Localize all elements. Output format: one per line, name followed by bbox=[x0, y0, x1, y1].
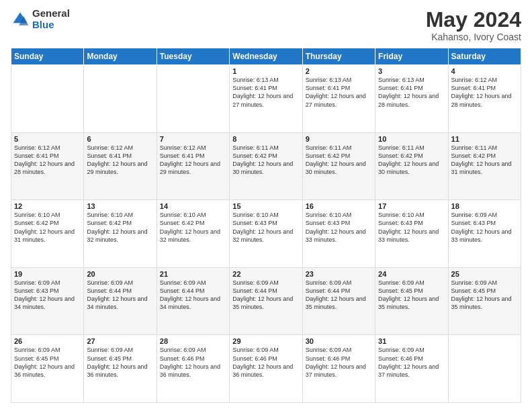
table-row bbox=[448, 335, 521, 403]
day-number: 14 bbox=[160, 202, 226, 210]
table-row: 5Sunrise: 6:12 AMSunset: 6:41 PMDaylight… bbox=[11, 132, 84, 200]
table-row: 22Sunrise: 6:09 AMSunset: 6:44 PMDayligh… bbox=[230, 267, 302, 335]
day-number: 17 bbox=[378, 202, 445, 210]
day-info: Sunrise: 6:11 AMSunset: 6:42 PMDaylight:… bbox=[451, 144, 518, 177]
logo-text: General Blue bbox=[32, 8, 70, 30]
table-row: 23Sunrise: 6:09 AMSunset: 6:44 PMDayligh… bbox=[302, 267, 375, 335]
logo-general: General bbox=[32, 8, 70, 19]
table-row: 20Sunrise: 6:09 AMSunset: 6:44 PMDayligh… bbox=[84, 267, 157, 335]
day-info: Sunrise: 6:09 AMSunset: 6:46 PMDaylight:… bbox=[232, 346, 299, 379]
day-number: 16 bbox=[306, 202, 372, 210]
day-number: 5 bbox=[14, 135, 81, 143]
day-info: Sunrise: 6:09 AMSunset: 6:45 PMDaylight:… bbox=[378, 279, 445, 312]
day-info: Sunrise: 6:11 AMSunset: 6:42 PMDaylight:… bbox=[232, 144, 299, 177]
day-number: 18 bbox=[451, 202, 518, 210]
day-info: Sunrise: 6:10 AMSunset: 6:43 PMDaylight:… bbox=[232, 211, 299, 244]
day-info: Sunrise: 6:13 AMSunset: 6:41 PMDaylight:… bbox=[232, 76, 299, 109]
day-info: Sunrise: 6:12 AMSunset: 6:41 PMDaylight:… bbox=[160, 144, 226, 177]
day-number: 4 bbox=[451, 67, 518, 75]
day-number: 3 bbox=[378, 67, 445, 75]
col-sunday: Sunday bbox=[11, 48, 84, 65]
day-number: 28 bbox=[160, 337, 226, 345]
calendar-table: Sunday Monday Tuesday Wednesday Thursday… bbox=[11, 48, 521, 403]
col-wednesday: Wednesday bbox=[230, 48, 302, 65]
table-row bbox=[157, 65, 229, 133]
day-number: 22 bbox=[232, 270, 299, 278]
day-info: Sunrise: 6:12 AMSunset: 6:41 PMDaylight:… bbox=[87, 144, 153, 177]
day-number: 20 bbox=[87, 270, 153, 278]
table-row: 10Sunrise: 6:11 AMSunset: 6:42 PMDayligh… bbox=[375, 132, 448, 200]
table-row: 27Sunrise: 6:09 AMSunset: 6:45 PMDayligh… bbox=[84, 335, 157, 403]
day-number: 11 bbox=[451, 135, 518, 143]
day-number: 6 bbox=[87, 135, 153, 143]
day-info: Sunrise: 6:11 AMSunset: 6:42 PMDaylight:… bbox=[378, 144, 445, 177]
table-row: 21Sunrise: 6:09 AMSunset: 6:44 PMDayligh… bbox=[157, 267, 229, 335]
day-info: Sunrise: 6:09 AMSunset: 6:45 PMDaylight:… bbox=[14, 346, 81, 379]
table-row: 28Sunrise: 6:09 AMSunset: 6:46 PMDayligh… bbox=[157, 335, 229, 403]
day-info: Sunrise: 6:09 AMSunset: 6:44 PMDaylight:… bbox=[160, 279, 226, 312]
table-row: 9Sunrise: 6:11 AMSunset: 6:42 PMDaylight… bbox=[302, 132, 375, 200]
col-friday: Friday bbox=[375, 48, 448, 65]
day-info: Sunrise: 6:09 AMSunset: 6:43 PMDaylight:… bbox=[14, 279, 81, 312]
day-info: Sunrise: 6:10 AMSunset: 6:43 PMDaylight:… bbox=[378, 211, 445, 244]
calendar-week-row: 26Sunrise: 6:09 AMSunset: 6:45 PMDayligh… bbox=[11, 335, 521, 403]
col-saturday: Saturday bbox=[448, 48, 521, 65]
table-row: 4Sunrise: 6:12 AMSunset: 6:41 PMDaylight… bbox=[448, 65, 521, 133]
table-row: 14Sunrise: 6:10 AMSunset: 6:42 PMDayligh… bbox=[157, 200, 229, 268]
day-info: Sunrise: 6:13 AMSunset: 6:41 PMDaylight:… bbox=[306, 76, 372, 109]
day-info: Sunrise: 6:09 AMSunset: 6:45 PMDaylight:… bbox=[87, 346, 153, 379]
col-tuesday: Tuesday bbox=[157, 48, 229, 65]
table-row: 11Sunrise: 6:11 AMSunset: 6:42 PMDayligh… bbox=[448, 132, 521, 200]
table-row: 18Sunrise: 6:09 AMSunset: 6:43 PMDayligh… bbox=[448, 200, 521, 268]
table-row: 12Sunrise: 6:10 AMSunset: 6:42 PMDayligh… bbox=[11, 200, 84, 268]
day-number: 13 bbox=[87, 202, 153, 210]
table-row: 1Sunrise: 6:13 AMSunset: 6:41 PMDaylight… bbox=[230, 65, 302, 133]
calendar-week-row: 19Sunrise: 6:09 AMSunset: 6:43 PMDayligh… bbox=[11, 267, 521, 335]
location-subtitle: Kahanso, Ivory Coast bbox=[426, 32, 521, 42]
day-number: 31 bbox=[378, 337, 445, 345]
day-info: Sunrise: 6:10 AMSunset: 6:42 PMDaylight:… bbox=[160, 211, 226, 244]
table-row: 29Sunrise: 6:09 AMSunset: 6:46 PMDayligh… bbox=[230, 335, 302, 403]
table-row: 19Sunrise: 6:09 AMSunset: 6:43 PMDayligh… bbox=[11, 267, 84, 335]
table-row: 8Sunrise: 6:11 AMSunset: 6:42 PMDaylight… bbox=[230, 132, 302, 200]
col-monday: Monday bbox=[84, 48, 157, 65]
day-number: 21 bbox=[160, 270, 226, 278]
day-number: 2 bbox=[306, 67, 372, 75]
day-info: Sunrise: 6:09 AMSunset: 6:46 PMDaylight:… bbox=[378, 346, 445, 379]
logo-icon bbox=[11, 10, 30, 29]
table-row: 6Sunrise: 6:12 AMSunset: 6:41 PMDaylight… bbox=[84, 132, 157, 200]
month-title: May 2024 bbox=[426, 8, 521, 32]
table-row: 25Sunrise: 6:09 AMSunset: 6:45 PMDayligh… bbox=[448, 267, 521, 335]
day-info: Sunrise: 6:09 AMSunset: 6:44 PMDaylight:… bbox=[232, 279, 299, 312]
day-number: 23 bbox=[306, 270, 372, 278]
day-info: Sunrise: 6:09 AMSunset: 6:43 PMDaylight:… bbox=[451, 211, 518, 244]
day-number: 25 bbox=[451, 270, 518, 278]
day-number: 15 bbox=[232, 202, 299, 210]
day-number: 1 bbox=[232, 67, 299, 75]
day-info: Sunrise: 6:12 AMSunset: 6:41 PMDaylight:… bbox=[14, 144, 81, 177]
day-number: 8 bbox=[232, 135, 299, 143]
day-info: Sunrise: 6:13 AMSunset: 6:41 PMDaylight:… bbox=[378, 76, 445, 109]
day-info: Sunrise: 6:10 AMSunset: 6:42 PMDaylight:… bbox=[87, 211, 153, 244]
table-row: 16Sunrise: 6:10 AMSunset: 6:43 PMDayligh… bbox=[302, 200, 375, 268]
day-number: 10 bbox=[378, 135, 445, 143]
table-row bbox=[11, 65, 84, 133]
day-info: Sunrise: 6:10 AMSunset: 6:43 PMDaylight:… bbox=[306, 211, 372, 244]
table-row: 31Sunrise: 6:09 AMSunset: 6:46 PMDayligh… bbox=[375, 335, 448, 403]
table-row: 2Sunrise: 6:13 AMSunset: 6:41 PMDaylight… bbox=[302, 65, 375, 133]
day-info: Sunrise: 6:09 AMSunset: 6:46 PMDaylight:… bbox=[306, 346, 372, 379]
table-row: 17Sunrise: 6:10 AMSunset: 6:43 PMDayligh… bbox=[375, 200, 448, 268]
day-number: 27 bbox=[87, 337, 153, 345]
table-row: 30Sunrise: 6:09 AMSunset: 6:46 PMDayligh… bbox=[302, 335, 375, 403]
table-row: 7Sunrise: 6:12 AMSunset: 6:41 PMDaylight… bbox=[157, 132, 229, 200]
day-info: Sunrise: 6:09 AMSunset: 6:44 PMDaylight:… bbox=[87, 279, 153, 312]
table-row: 13Sunrise: 6:10 AMSunset: 6:42 PMDayligh… bbox=[84, 200, 157, 268]
calendar-header-row: Sunday Monday Tuesday Wednesday Thursday… bbox=[11, 48, 521, 65]
calendar-week-row: 1Sunrise: 6:13 AMSunset: 6:41 PMDaylight… bbox=[11, 65, 521, 133]
col-thursday: Thursday bbox=[302, 48, 375, 65]
day-number: 29 bbox=[232, 337, 299, 345]
page: General Blue May 2024 Kahanso, Ivory Coa… bbox=[0, 0, 532, 411]
day-info: Sunrise: 6:11 AMSunset: 6:42 PMDaylight:… bbox=[306, 144, 372, 177]
day-number: 30 bbox=[306, 337, 372, 345]
header: General Blue May 2024 Kahanso, Ivory Coa… bbox=[11, 8, 521, 42]
